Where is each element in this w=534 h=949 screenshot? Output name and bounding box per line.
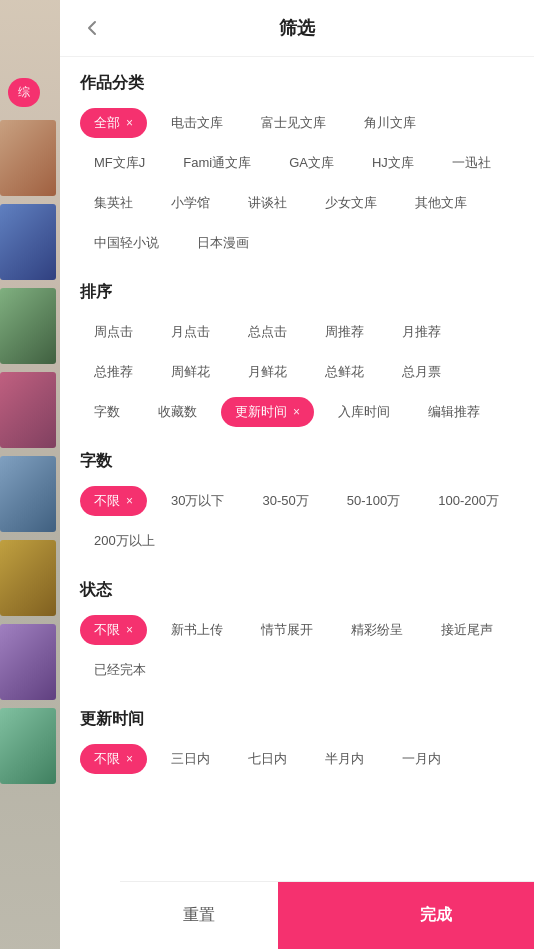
tag-label: 周点击 — [94, 323, 133, 341]
filter-tag[interactable]: 不限× — [80, 744, 147, 774]
tag-label: 字数 — [94, 403, 120, 421]
tag-label: 富士见文库 — [261, 114, 326, 132]
status-section-title: 状态 — [80, 580, 514, 601]
panel-title: 筛选 — [279, 16, 315, 40]
tag-label: 30-50万 — [262, 492, 308, 510]
confirm-button[interactable]: 完成 — [278, 882, 534, 949]
filter-tag[interactable]: 新书上传 — [157, 615, 237, 645]
filter-tag[interactable]: 少女文库 — [311, 188, 391, 218]
tag-label: HJ文库 — [372, 154, 414, 172]
filter-tag[interactable]: 收藏数 — [144, 397, 211, 427]
filter-tag[interactable]: 月点击 — [157, 317, 224, 347]
filter-tag[interactable]: 更新时间× — [221, 397, 314, 427]
filter-tag[interactable]: 全部× — [80, 108, 147, 138]
filter-tag[interactable]: 其他文库 — [401, 188, 481, 218]
filter-tag[interactable]: 富士见文库 — [247, 108, 340, 138]
filter-tag[interactable]: 50-100万 — [333, 486, 414, 516]
tag-close-icon: × — [126, 623, 133, 637]
filter-tag[interactable]: 编辑推荐 — [414, 397, 494, 427]
filter-tag[interactable]: 字数 — [80, 397, 134, 427]
filter-tag[interactable]: 中国轻小说 — [80, 228, 173, 258]
category-section-title: 作品分类 — [80, 73, 514, 94]
tag-label: 更新时间 — [235, 403, 287, 421]
category-section: 作品分类 全部×电击文库富士见文库角川文库MF文库JFami通文库GA文库HJ文… — [80, 73, 514, 258]
filter-tag[interactable]: 日本漫画 — [183, 228, 263, 258]
filter-tag[interactable]: 半月内 — [311, 744, 378, 774]
tag-label: 月鲜花 — [248, 363, 287, 381]
filter-tag[interactable]: 七日内 — [234, 744, 301, 774]
tag-label: 少女文库 — [325, 194, 377, 212]
filter-tag[interactable]: GA文库 — [275, 148, 348, 178]
filter-tag[interactable]: 30-50万 — [248, 486, 322, 516]
filter-tag[interactable]: 周鲜花 — [157, 357, 224, 387]
filter-tag[interactable]: 电击文库 — [157, 108, 237, 138]
filter-tag[interactable]: MF文库J — [80, 148, 159, 178]
tag-label: 半月内 — [325, 750, 364, 768]
filter-tag[interactable]: 一迅社 — [438, 148, 505, 178]
filter-panel: 筛选 作品分类 全部×电击文库富士见文库角川文库MF文库JFami通文库GA文库… — [60, 0, 534, 949]
tag-close-icon: × — [126, 752, 133, 766]
book-covers-decoration — [0, 120, 60, 792]
status-tags: 不限×新书上传情节展开精彩纷呈接近尾声已经完本 — [80, 615, 514, 685]
tag-label: 小学馆 — [171, 194, 210, 212]
filter-tag[interactable]: 已经完本 — [80, 655, 160, 685]
filter-tag[interactable]: 角川文库 — [350, 108, 430, 138]
filter-tag[interactable]: 小学馆 — [157, 188, 224, 218]
filter-tag[interactable]: 总点击 — [234, 317, 301, 347]
tag-label: 不限 — [94, 750, 120, 768]
update-time-section: 更新时间 不限×三日内七日内半月内一月内 — [80, 709, 514, 774]
filter-tag[interactable]: 一月内 — [388, 744, 455, 774]
filter-tag[interactable]: 精彩纷呈 — [337, 615, 417, 645]
filter-tag[interactable]: 接近尾声 — [427, 615, 507, 645]
filter-tag[interactable]: 周点击 — [80, 317, 147, 347]
tag-label: 50-100万 — [347, 492, 400, 510]
tag-label: 日本漫画 — [197, 234, 249, 252]
filter-tag[interactable]: 三日内 — [157, 744, 224, 774]
wordcount-section-title: 字数 — [80, 451, 514, 472]
tag-label: 不限 — [94, 492, 120, 510]
filter-tag[interactable]: 总月票 — [388, 357, 455, 387]
tag-label: 电击文库 — [171, 114, 223, 132]
tag-label: 精彩纷呈 — [351, 621, 403, 639]
book-cover-item — [0, 204, 56, 280]
tag-close-icon: × — [293, 405, 300, 419]
category-tags: 全部×电击文库富士见文库角川文库MF文库JFami通文库GA文库HJ文库一迅社集… — [80, 108, 514, 258]
filter-tag[interactable]: 集英社 — [80, 188, 147, 218]
book-cover-item — [0, 624, 56, 700]
back-button[interactable] — [76, 12, 108, 44]
tag-label: GA文库 — [289, 154, 334, 172]
filter-tag[interactable]: 讲谈社 — [234, 188, 301, 218]
tag-label: 总点击 — [248, 323, 287, 341]
tag-label: 收藏数 — [158, 403, 197, 421]
tag-label: 月点击 — [171, 323, 210, 341]
wordcount-tags: 不限×30万以下30-50万50-100万100-200万200万以上 — [80, 486, 514, 556]
filter-tag[interactable]: Fami通文库 — [169, 148, 265, 178]
filter-tag[interactable]: HJ文库 — [358, 148, 428, 178]
tag-label: 新书上传 — [171, 621, 223, 639]
category-pill[interactable]: 综 — [8, 78, 40, 107]
filter-tag[interactable]: 总推荐 — [80, 357, 147, 387]
tag-label: 全部 — [94, 114, 120, 132]
filter-scroll-content: 作品分类 全部×电击文库富士见文库角川文库MF文库JFami通文库GA文库HJ文… — [60, 57, 534, 949]
status-section: 状态 不限×新书上传情节展开精彩纷呈接近尾声已经完本 — [80, 580, 514, 685]
filter-tag[interactable]: 入库时间 — [324, 397, 404, 427]
filter-tag[interactable]: 情节展开 — [247, 615, 327, 645]
filter-tag[interactable]: 总鲜花 — [311, 357, 378, 387]
tag-label: 接近尾声 — [441, 621, 493, 639]
filter-tag[interactable]: 30万以下 — [157, 486, 238, 516]
reset-button[interactable]: 重置 — [120, 882, 278, 949]
filter-tag[interactable]: 月鲜花 — [234, 357, 301, 387]
book-cover-item — [0, 456, 56, 532]
tag-label: 30万以下 — [171, 492, 224, 510]
panel-header: 筛选 — [60, 0, 534, 57]
tag-label: 总鲜花 — [325, 363, 364, 381]
filter-tag[interactable]: 月推荐 — [388, 317, 455, 347]
filter-tag[interactable]: 周推荐 — [311, 317, 378, 347]
filter-tag[interactable]: 不限× — [80, 615, 147, 645]
tag-label: 已经完本 — [94, 661, 146, 679]
bottom-action-bar: 重置 完成 — [120, 881, 534, 949]
filter-tag[interactable]: 200万以上 — [80, 526, 169, 556]
filter-tag[interactable]: 不限× — [80, 486, 147, 516]
tag-close-icon: × — [126, 116, 133, 130]
filter-tag[interactable]: 100-200万 — [424, 486, 513, 516]
